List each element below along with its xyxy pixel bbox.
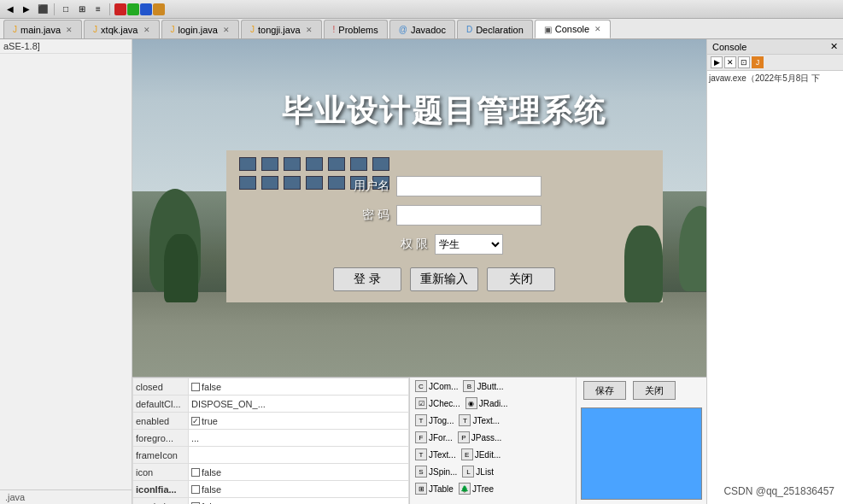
console-close-btn[interactable]: ✕: [830, 41, 838, 52]
form-buttons: 登 录 重新输入 关闭: [333, 267, 555, 291]
jcheck-label: JChec...: [429, 399, 460, 408]
toolbar-blue-icon[interactable]: [140, 3, 152, 15]
password-label: 密 码: [347, 208, 389, 223]
permission-row: 权 限 学生 教师 管理员: [385, 234, 503, 255]
palette-row-6: S JSpin... L JList: [410, 463, 576, 480]
console-title: Console: [712, 42, 746, 52]
palette-item-jtextarea[interactable]: T JText...: [413, 448, 458, 461]
prop-val-defaultclose: DISPOSE_ON_...: [189, 396, 409, 413]
login-button[interactable]: 登 录: [333, 267, 401, 291]
jradio-icon: ◉: [465, 397, 477, 409]
window: [261, 157, 278, 171]
jlist-label: JList: [476, 467, 494, 477]
tab-declaration[interactable]: D Declaration: [457, 20, 533, 38]
palette-row-2: ☑ JChec... ◉ JRadi...: [410, 395, 576, 412]
toolbar-icon-menu[interactable]: ≡: [91, 3, 105, 16]
tab-tongji-java[interactable]: J tongji.java ✕: [241, 20, 322, 38]
console-toolbar-icon-4[interactable]: J: [752, 56, 764, 68]
password-input[interactable]: [396, 205, 542, 226]
tab-javadoc[interactable]: @ Javadoc: [389, 20, 455, 38]
username-input[interactable]: [396, 176, 542, 196]
tab-close-icon-3[interactable]: ✕: [223, 26, 230, 34]
sidebar-top-label: aSE-1.8]: [0, 39, 132, 54]
toolbar-icon-2[interactable]: ▶: [20, 3, 33, 16]
palette-panel: C JCom... B JButt... ☑ JChec...: [410, 378, 577, 504]
jtable-label: JTable: [429, 484, 454, 494]
toolbar-icon-new[interactable]: □: [59, 3, 73, 16]
palette-item-jradio[interactable]: ◉ JRadi...: [464, 396, 510, 410]
reset-button[interactable]: 重新输入: [410, 267, 478, 291]
jeditorpane-icon: E: [461, 448, 473, 460]
close-button[interactable]: 关闭: [487, 267, 555, 291]
ide-main: aSE-1.8] .java: [0, 39, 843, 504]
tab-java-icon-4: J: [250, 25, 255, 34]
jtextarea-icon: T: [415, 448, 427, 460]
tab-login-java[interactable]: J login.java ✕: [161, 20, 239, 38]
tab-close-icon[interactable]: ✕: [66, 26, 73, 34]
tab-console-close[interactable]: ✕: [594, 25, 601, 33]
palette-row-7: ⊞ JTable 🌲 JTree: [410, 480, 576, 497]
building-windows-row1: [226, 150, 663, 171]
palette-item-jspinner[interactable]: S JSpin...: [413, 465, 459, 478]
prop-row-enabled: enabled true: [133, 413, 409, 430]
palette-item-jeditorpane[interactable]: E JEdit...: [460, 448, 503, 461]
jpassword-label: JPass...: [471, 433, 502, 442]
tab-java-icon: J: [13, 25, 17, 34]
app-title: 毕业设计题目管理系统: [282, 91, 606, 132]
prop-row-defaultclose: defaultCl... DISPOSE_ON_...: [133, 396, 409, 413]
toolbar-icon-1[interactable]: ◀: [3, 3, 17, 16]
tab-close-icon-4[interactable]: ✕: [306, 26, 313, 34]
palette-item-jtextfield[interactable]: T JText...: [457, 413, 501, 427]
jtoggle-label: JTog...: [429, 416, 454, 425]
tab-xtqk-java[interactable]: J xtqk.java ✕: [84, 20, 159, 38]
prop-row-foreground: foregro... ...: [133, 430, 409, 447]
palette-item-jtree[interactable]: 🌲 JTree: [457, 482, 495, 495]
jpassword-icon: P: [458, 431, 470, 443]
prop-row-closed: closed false: [133, 378, 409, 396]
jformattedtf-label: JFor...: [429, 433, 453, 442]
prop-row-maximized: maximi... false: [133, 498, 409, 505]
jeditorpane-label: JEdit...: [475, 450, 501, 460]
console-toolbar-icon-2[interactable]: ✕: [724, 56, 736, 68]
palette-item-jcombo[interactable]: C JCom...: [413, 379, 460, 393]
tab-problems-icon: !: [333, 25, 336, 34]
window: [328, 157, 345, 171]
toolbar-green-icon[interactable]: [127, 3, 139, 15]
window: [284, 157, 301, 171]
jradio-label: JRadi...: [479, 399, 508, 408]
permission-select[interactable]: 学生 教师 管理员: [435, 234, 503, 255]
tree-far-left: [164, 234, 198, 302]
tab-problems[interactable]: ! Problems: [324, 20, 388, 38]
prop-val-foreground[interactable]: ...: [189, 430, 409, 447]
tab-label-2: xtqk.java: [101, 25, 138, 35]
palette-item-jcheck[interactable]: ☑ JChec...: [413, 396, 462, 410]
save-output-button[interactable]: 保存: [583, 381, 626, 400]
toolbar-orange-icon[interactable]: [153, 3, 165, 15]
output-panel: 保存 关闭: [577, 378, 706, 504]
jcheck-icon: ☑: [415, 397, 427, 409]
window: [306, 157, 323, 171]
toolbar-red-icon[interactable]: [114, 3, 126, 15]
tab-main-java[interactable]: J main.java ✕: [3, 20, 82, 38]
prop-key-enabled: enabled: [133, 413, 189, 430]
tab-console[interactable]: ▣ Console ✕: [535, 20, 611, 38]
palette-item-jformattedtf[interactable]: F JFor...: [413, 431, 454, 444]
palette-item-jtoggle[interactable]: T JTog...: [413, 413, 455, 427]
palette-item-jbutton[interactable]: B JButt...: [461, 379, 505, 393]
close-output-button[interactable]: 关闭: [633, 381, 676, 400]
sidebar-bottom-label: .java: [0, 489, 132, 504]
jbutton-label: JButt...: [477, 382, 503, 391]
jtable-icon: ⊞: [415, 483, 427, 495]
palette-item-jtable[interactable]: ⊞ JTable: [413, 482, 455, 495]
password-row: 密 码: [347, 205, 542, 226]
toolbar-icon-grid[interactable]: ⊞: [75, 3, 89, 16]
toolbar-icon-stop[interactable]: ⬛: [36, 3, 50, 16]
tab-close-icon-2[interactable]: ✕: [143, 26, 150, 34]
console-header: Console ✕: [707, 39, 843, 55]
palette-item-jpassword[interactable]: P JPass...: [456, 431, 504, 444]
tab-declaration-icon: D: [466, 25, 472, 34]
console-toolbar-icon-1[interactable]: ▶: [711, 56, 723, 68]
console-toolbar-icon-3[interactable]: ⊡: [738, 56, 750, 68]
palette-row-1: C JCom... B JButt...: [410, 378, 576, 395]
palette-item-jlist[interactable]: L JList: [460, 465, 495, 478]
